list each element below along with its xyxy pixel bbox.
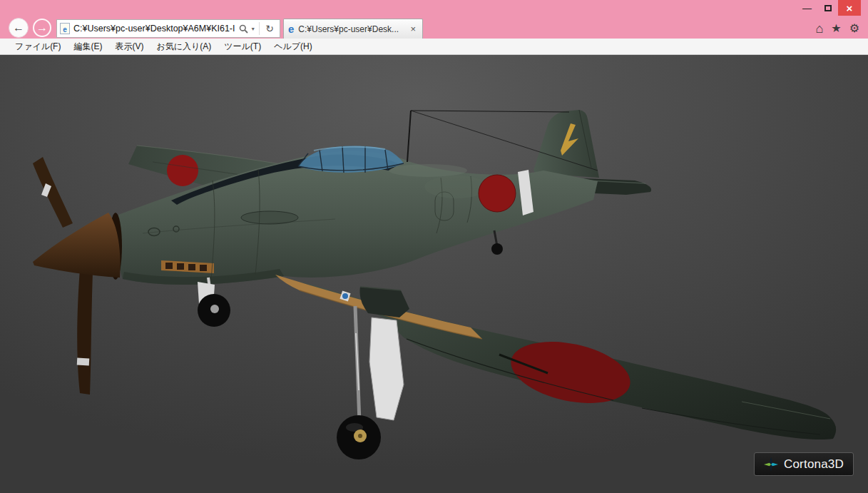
address-separator [259, 22, 260, 35]
settings-icon[interactable]: ⚙ [849, 23, 859, 34]
favorites-icon[interactable]: ★ [831, 23, 841, 34]
close-icon: × [847, 2, 853, 14]
menu-view[interactable]: 表示(V) [108, 39, 150, 55]
tab-close-icon[interactable]: × [408, 24, 418, 34]
forward-button[interactable]: → [33, 19, 51, 37]
port-wing-roundel [167, 155, 198, 186]
search-icon[interactable] [239, 24, 248, 34]
minimize-icon: — [802, 3, 812, 14]
propeller-blade-upper [33, 157, 73, 228]
tab-title: C:¥Users¥pc-user¥Desk... [298, 24, 408, 34]
menu-edit[interactable]: 編集(E) [67, 39, 108, 55]
cortona3d-brand-text: Cortona3D [784, 457, 844, 472]
menu-file[interactable]: ファイル(F) [9, 39, 67, 55]
maximize-icon [824, 5, 832, 11]
refresh-icon[interactable]: ↻ [265, 23, 274, 34]
cortona3d-viewport[interactable]: Cortona3D [0, 55, 868, 493]
close-button[interactable]: × [838, 0, 861, 16]
back-button[interactable]: ← [9, 18, 29, 38]
window-controls: — × [797, 0, 861, 16]
menu-bar: ファイル(F) 編集(E) 表示(V) お気に入り(A) ツール(T) ヘルプ(… [0, 39, 868, 55]
spinner [33, 213, 120, 278]
back-icon: ← [13, 21, 24, 34]
browser-window: — × ← → e C:¥Users¥pc-user¥Desktop¥A6M¥K… [0, 0, 868, 493]
menu-help[interactable]: ヘルプ(H) [267, 39, 319, 55]
fuselage-roundel [479, 175, 516, 212]
address-dropdown-icon[interactable]: ▼ [250, 26, 255, 31]
menu-tools[interactable]: ツール(T) [218, 39, 267, 55]
ie-tab-icon: e [288, 23, 294, 35]
forward-icon: → [36, 21, 48, 34]
address-bar[interactable]: e C:¥Users¥pc-user¥Desktop¥A6M¥KI61-I ▼ … [56, 19, 280, 38]
toolbar-icons: ⌂ ★ ⚙ [815, 21, 859, 36]
aircraft-model [0, 55, 868, 493]
minimize-button[interactable]: — [797, 0, 817, 16]
page-icon: e [60, 23, 70, 34]
radiator [359, 287, 409, 317]
cortona3d-logo[interactable]: Cortona3D [754, 452, 854, 476]
tab[interactable]: e C:¥Users¥pc-user¥Desk... × [283, 19, 423, 39]
menu-favorites[interactable]: お気に入り(A) [150, 39, 218, 55]
tail-fin [533, 110, 599, 178]
cortona3d-star-icon [764, 457, 778, 472]
propeller-blade-lower [77, 269, 93, 395]
address-input[interactable]: C:¥Users¥pc-user¥Desktop¥A6M¥KI61-I [73, 24, 236, 34]
maximize-button[interactable] [817, 0, 838, 16]
home-icon[interactable]: ⌂ [815, 22, 823, 35]
propeller [33, 157, 122, 395]
canopy [298, 146, 404, 173]
wing-marking-blue [342, 293, 348, 299]
